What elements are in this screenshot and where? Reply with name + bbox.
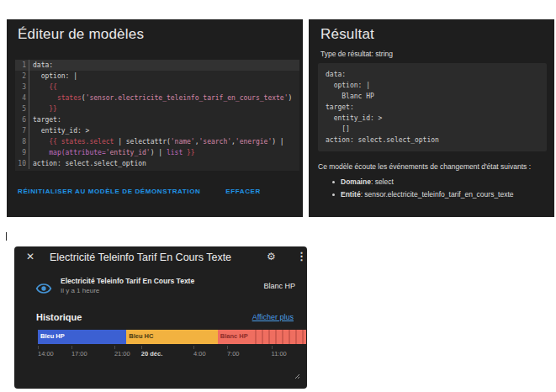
editor-line[interactable]: 1data: [15, 60, 299, 71]
resize-handle-icon[interactable] [294, 373, 300, 379]
line-number: 1 [15, 60, 29, 71]
timeline-segment[interactable]: Bleu HC [126, 330, 217, 344]
line-number: 6 [15, 114, 29, 125]
line-code: option: | [29, 71, 77, 82]
listen-events-text: Ce modèle écoute les événements de chang… [318, 162, 549, 171]
result-code-line: entity_id: > [326, 113, 539, 124]
result-code-line: action: select.select_option [326, 135, 539, 146]
entity-state-row[interactable]: Electricité Teleinfo Tarif En Cours Text… [14, 277, 307, 300]
line-number: 8 [15, 136, 29, 147]
line-code: {{ [29, 82, 57, 93]
line-code: {{ states.select | selectattr('name','se… [29, 136, 284, 147]
line-code: states('sensor.electricite_teleinfo_tari… [29, 93, 292, 103]
dialog-title: Electricité Teleinfo Tarif En Cours Text… [50, 252, 231, 263]
result-panel: Résultat Type de résultat: string data: … [309, 19, 554, 217]
line-number: 2 [15, 71, 29, 82]
timeline-segment[interactable] [250, 330, 306, 344]
result-panel-title: Résultat [320, 26, 374, 43]
overflow-menu-icon[interactable]: ⋮ [296, 250, 307, 262]
result-code-line: data: [326, 69, 539, 80]
timeline-segment-label: Bleu HP [40, 332, 65, 340]
listened-events-list: Domaine: selectEntité: sensor.electricit… [332, 177, 514, 203]
timeline-segment[interactable]: Blanc HP [218, 330, 250, 344]
result-code-line: [] [326, 124, 539, 135]
line-number: 5 [15, 103, 29, 114]
axis-tick [114, 346, 115, 349]
line-number: 3 [15, 82, 29, 93]
entity-more-info-dialog: ✕ Electricité Teleinfo Tarif En Cours Te… [14, 246, 307, 389]
line-number: 9 [15, 147, 29, 158]
line-number: 4 [15, 93, 29, 103]
timeline-segment-label: Blanc HP [220, 332, 248, 340]
result-type-line: Type de résultat: string [320, 50, 393, 58]
listened-event-item: Domaine: select [332, 177, 514, 186]
editor-line[interactable]: 9 map(attribute='entity_id') | list }} [15, 147, 299, 158]
entity-last-changed: Il y a 1 heure [61, 287, 99, 294]
entity-state-value: Blanc HP [263, 282, 295, 290]
editor-line[interactable]: 8 {{ states.select | selectattr('name','… [15, 136, 299, 147]
entity-name: Electricité Teleinfo Tarif En Cours Text… [61, 277, 194, 285]
editor-lines: 1data:2 option: |3 {{4 states('sensor.el… [15, 60, 299, 169]
timeline-segment[interactable]: Bleu HP [38, 330, 126, 344]
settings-gear-icon[interactable]: ⚙ [267, 251, 276, 262]
axis-tick-label: 11:00 [272, 350, 287, 358]
line-code: map(attribute='entity_id') | list }} [29, 147, 195, 158]
state-timeline-chart[interactable]: Bleu HPBleu HCBlanc HP [38, 330, 306, 344]
axis-tick [272, 346, 273, 349]
page: Éditeur de modèles 1data:2 option: |3 {{… [0, 0, 556, 392]
line-code: data: [29, 60, 53, 71]
eye-icon [35, 280, 52, 297]
template-editor-panel: Éditeur de modèles 1data:2 option: |3 {{… [7, 19, 303, 217]
axis-tick [193, 346, 194, 349]
dialog-header: ✕ Electricité Teleinfo Tarif En Cours Te… [14, 246, 307, 268]
line-code: }} [29, 103, 57, 114]
result-code-line: target: [326, 102, 539, 113]
axis-tick-label: 4:00 [193, 350, 206, 358]
line-number: 7 [15, 125, 29, 136]
axis-tick-label: 21:00 [114, 350, 130, 358]
axis-tick [227, 346, 228, 349]
show-more-link[interactable]: Afficher plus [252, 313, 294, 321]
line-code: action: select.select_option [29, 158, 146, 169]
clear-button[interactable]: EFFACER [225, 188, 261, 195]
text-cursor [6, 232, 7, 241]
close-icon[interactable]: ✕ [26, 251, 34, 262]
axis-tick [141, 346, 142, 349]
editor-line[interactable]: 2 option: | [15, 71, 299, 82]
reset-demo-template-button[interactable]: RÉINITIALISER AU MODÈLE DE DÉMONSTRATION [18, 188, 200, 195]
axis-tick [71, 346, 72, 349]
line-number: 10 [15, 158, 29, 169]
editor-line[interactable]: 4 states('sensor.electricite_teleinfo_ta… [15, 93, 299, 103]
axis-tick [38, 346, 39, 349]
editor-button-row: RÉINITIALISER AU MODÈLE DE DÉMONSTRATION… [18, 188, 261, 195]
result-code-line: Blanc HP [326, 91, 539, 102]
result-code-block: data: option: | Blanc HPtarget: entity_i… [318, 63, 547, 151]
timeline-axis: 14:0017:0021:0020 déc.4:007:0011:00 [38, 350, 306, 358]
editor-line[interactable]: 7 entity_id: > [15, 125, 299, 136]
line-code: entity_id: > [29, 125, 89, 136]
axis-tick-label: 14:00 [38, 350, 54, 358]
editor-line[interactable]: 3 {{ [15, 82, 299, 93]
axis-tick-label: 20 déc. [141, 350, 162, 358]
timeline-segment-label: Bleu HC [129, 332, 153, 340]
listened-event-item: Entité: sensor.electricite_teleinfo_tari… [332, 190, 514, 199]
result-code-line: option: | [326, 80, 539, 91]
editor-line[interactable]: 5 }} [15, 103, 299, 114]
template-code-editor[interactable]: 1data:2 option: |3 {{4 states('sensor.el… [15, 60, 299, 171]
history-section-title: Historique [36, 312, 82, 322]
editor-line[interactable]: 6target: [15, 114, 299, 125]
line-code: target: [29, 114, 61, 125]
editor-panel-title: Éditeur de modèles [18, 26, 144, 43]
axis-tick-label: 17:00 [71, 350, 87, 358]
editor-line[interactable]: 10action: select.select_option [15, 158, 299, 169]
axis-tick-label: 7:00 [227, 350, 240, 358]
